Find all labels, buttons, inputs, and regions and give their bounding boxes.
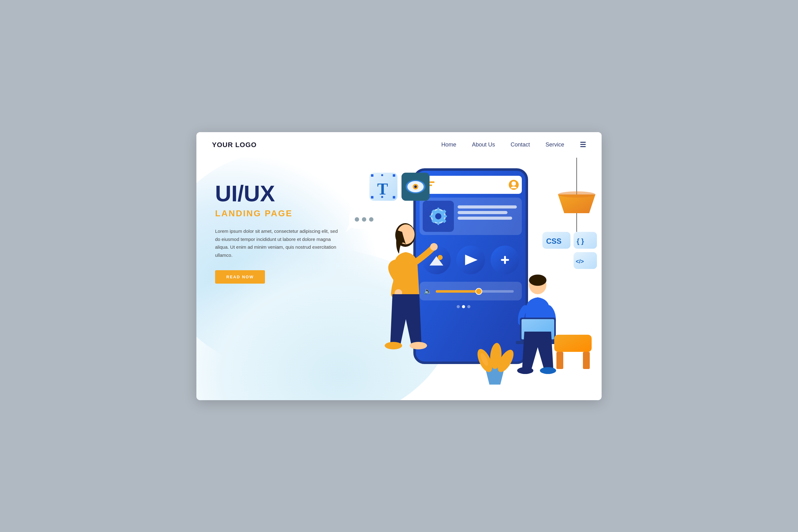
logo: YOUR LOGO xyxy=(212,141,256,149)
hero-section: UI/UX LANDING PAGE Lorem ipsum dolor sit… xyxy=(196,132,602,400)
nav-link-contact[interactable]: Contact xyxy=(511,141,530,148)
hero-description: Lorem ipsum dolor sit amet, consectetur … xyxy=(215,227,340,259)
nav-link-service[interactable]: Service xyxy=(546,141,564,148)
nav-links: Home About Us Contact Service ☰ xyxy=(441,141,586,149)
navbar: YOUR LOGO Home About Us Contact Service … xyxy=(196,132,602,158)
hero-text: UI/UX LANDING PAGE Lorem ipsum dolor sit… xyxy=(196,163,340,284)
page-wrapper: YOUR LOGO Home About Us Contact Service … xyxy=(196,132,602,400)
nav-link-about[interactable]: About Us xyxy=(472,141,495,148)
hero-title: UI/UX xyxy=(215,182,340,206)
cta-button[interactable]: READ NOW xyxy=(215,270,265,284)
hamburger-icon[interactable]: ☰ xyxy=(580,141,586,149)
nav-link-home[interactable]: Home xyxy=(441,141,456,148)
hero-subtitle: LANDING PAGE xyxy=(215,209,340,218)
